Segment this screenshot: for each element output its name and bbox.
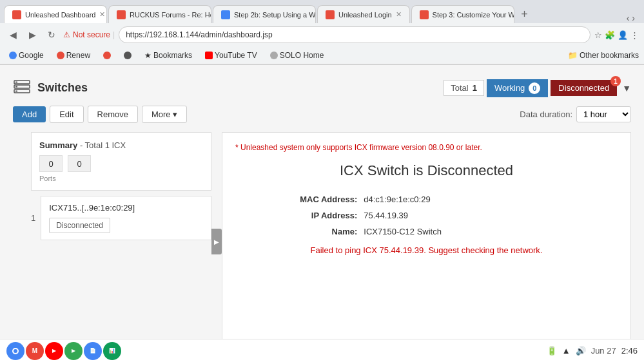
edit-button[interactable]: Edit bbox=[50, 106, 83, 123]
profile-icon[interactable]: 👤 bbox=[618, 30, 628, 40]
switch-item[interactable]: ICX715..[..9e:1e:c0:29] Disconnected bbox=[41, 196, 211, 240]
tab-label-login: Unleashed Login bbox=[338, 11, 392, 19]
taskbar-docs-icon[interactable]: 📄 bbox=[84, 342, 102, 360]
tab-login[interactable]: Unleashed Login ✕ bbox=[317, 5, 410, 23]
switch-number: 1 bbox=[31, 213, 35, 223]
disconnected-button[interactable]: Disconnected 1 bbox=[551, 80, 617, 96]
disconnected-label: Disconnected bbox=[558, 83, 609, 93]
address-icons: ☆ 🧩 👤 ⋮ bbox=[594, 30, 639, 40]
bookmark-bookmarks-label: Bookmarks bbox=[153, 51, 192, 60]
total-count-box: Total 1 bbox=[444, 80, 484, 96]
bookmark-renew[interactable]: Renew bbox=[53, 50, 94, 61]
data-duration-select[interactable]: 1 hour 6 hours 24 hours bbox=[576, 106, 631, 122]
security-indicator: ⚠ Not secure | bbox=[63, 30, 115, 39]
add-button[interactable]: Add bbox=[13, 106, 46, 122]
taskbar-play-icon[interactable]: ▶ bbox=[64, 342, 83, 360]
bookmark-youtube-tv[interactable]: YouTube TV bbox=[201, 50, 261, 61]
menu-icon[interactable]: ⋮ bbox=[630, 30, 639, 40]
tab-step3[interactable]: Step 3: Customize Your Wireless... ✕ bbox=[411, 5, 514, 23]
battery-icon: 🔋 bbox=[547, 346, 557, 356]
bookmark-solo-home[interactable]: SOLO Home bbox=[266, 50, 328, 61]
security-text: Not secure bbox=[73, 30, 110, 39]
switches-header: Switches Total 1 Working 0 Disconnected … bbox=[13, 78, 631, 98]
tab-favicon-step3 bbox=[420, 10, 429, 19]
taskbar-sheets-icon[interactable]: 📊 bbox=[103, 342, 121, 360]
bookmark-icon[interactable]: ☆ bbox=[594, 30, 602, 40]
warning-icon: ⚠ bbox=[63, 30, 70, 39]
ip-row: IP Address: 75.44.19.39 bbox=[273, 211, 579, 220]
name-row: Name: ICX7150-C12 Switch bbox=[273, 227, 579, 236]
tab-close-login[interactable]: ✕ bbox=[396, 10, 402, 19]
tab-bar: Unleashed Dashboard ✕ RUCKUS Forums - Re… bbox=[0, 0, 644, 23]
working-button[interactable]: Working 0 bbox=[487, 79, 548, 97]
ports-label: Ports bbox=[39, 175, 203, 182]
switch-status-button[interactable]: Disconnected bbox=[49, 218, 110, 233]
summary-title: Summary - Total 1 ICX bbox=[39, 140, 203, 150]
switches-counts: Total 1 Working 0 Disconnected 1 ▼ bbox=[444, 79, 631, 97]
address-bar: ◀ ▶ ↻ ⚠ Not secure | ☆ 🧩 👤 ⋮ bbox=[0, 23, 644, 46]
tab-label-setup2b: Step 2b: Setup Using a Web Bro... bbox=[234, 11, 316, 19]
disconnected-badge: 1 bbox=[610, 76, 621, 86]
mac-label: MAC Address: bbox=[273, 195, 364, 204]
info-table: MAC Address: d4:c1:9e:1e:c0:29 IP Addres… bbox=[273, 195, 579, 236]
youtube-icon bbox=[205, 52, 213, 59]
working-count: 0 bbox=[529, 82, 540, 94]
browser-chrome: Unleashed Dashboard ✕ RUCKUS Forums - Re… bbox=[0, 0, 644, 65]
data-duration: Data duration: 1 hour 6 hours 24 hours bbox=[520, 106, 631, 122]
tab-label-unleashed: Unleashed Dashboard bbox=[25, 11, 95, 19]
ip-value: 75.44.19.39 bbox=[364, 211, 408, 220]
action-bar: Add Edit Remove More ▾ Data duration: 1 … bbox=[13, 106, 631, 123]
page-title: Switches bbox=[37, 81, 88, 95]
expand-arrow-button[interactable]: ▶ bbox=[211, 229, 222, 254]
dropdown-arrow-icon[interactable]: ▼ bbox=[622, 83, 631, 93]
star-icon: ★ bbox=[144, 51, 151, 60]
bookmark-google[interactable]: Google bbox=[5, 50, 48, 61]
port-count-2: 0 bbox=[68, 155, 91, 172]
remove-button[interactable]: Remove bbox=[88, 106, 138, 123]
total-value: 1 bbox=[473, 83, 477, 93]
wifi-icon: ▲ bbox=[562, 346, 571, 356]
address-input[interactable] bbox=[119, 26, 590, 43]
tab-nav-back[interactable]: ‹ bbox=[627, 13, 630, 23]
ip-label: IP Address: bbox=[273, 211, 364, 220]
svg-rect-3 bbox=[15, 86, 17, 88]
tab-unleashed-dashboard[interactable]: Unleashed Dashboard ✕ bbox=[4, 5, 107, 23]
bookmark-youtube-tv-label: YouTube TV bbox=[215, 51, 257, 60]
more-label: More bbox=[151, 110, 171, 119]
data-duration-label: Data duration: bbox=[520, 110, 572, 119]
reload-button[interactable]: ↻ bbox=[44, 27, 59, 43]
tab-ruckus[interactable]: RUCKUS Forums - Re: Heartbe... ✕ bbox=[108, 5, 211, 23]
error-message: Failed to ping ICX 75.44.19.39. Suggest … bbox=[235, 245, 618, 255]
bookmark-icon1[interactable] bbox=[99, 50, 115, 61]
panel-title: ICX Switch is Disconnected bbox=[235, 162, 618, 179]
switches-icon bbox=[13, 78, 31, 98]
summary-subtitle: - Total 1 ICX bbox=[80, 140, 126, 150]
tab-favicon-login bbox=[326, 10, 335, 19]
switch-name: ICX715..[..9e:1e:c0:29] bbox=[49, 203, 203, 213]
bookmark-renew-label: Renew bbox=[66, 51, 90, 60]
svg-point-7 bbox=[14, 349, 17, 353]
taskbar: M ▶ ▶ 📄 📊 🔋 ▲ 🔊 Jun 27 2:46 bbox=[0, 339, 644, 362]
tab-close-unleashed[interactable]: ✕ bbox=[99, 10, 105, 19]
bookmark-icon2[interactable] bbox=[120, 50, 135, 61]
taskbar-time: 2:46 bbox=[621, 346, 638, 356]
solo-icon bbox=[270, 52, 278, 59]
taskbar-chrome-icon[interactable] bbox=[6, 342, 24, 360]
name-value: ICX7150-C12 Switch bbox=[364, 227, 442, 236]
forward-button[interactable]: ▶ bbox=[24, 27, 40, 43]
more-dropdown-icon: ▾ bbox=[173, 110, 177, 119]
main-layout: Summary - Total 1 ICX 0 0 Ports 1 ICX715… bbox=[13, 132, 631, 339]
back-button[interactable]: ◀ bbox=[5, 27, 21, 43]
other-bookmarks[interactable]: 📁 Other bookmarks bbox=[568, 51, 639, 60]
bookmark-bookmarks[interactable]: ★ Bookmarks bbox=[141, 50, 196, 61]
google-icon bbox=[9, 52, 17, 59]
port-count-1: 0 bbox=[39, 155, 63, 172]
folder-icon: 📁 bbox=[568, 51, 578, 60]
taskbar-youtube-icon[interactable]: ▶ bbox=[45, 342, 63, 360]
tab-nav-forward[interactable]: › bbox=[632, 13, 635, 23]
more-button[interactable]: More ▾ bbox=[142, 106, 187, 123]
new-tab-button[interactable]: + bbox=[516, 5, 534, 23]
taskbar-gmail-icon[interactable]: M bbox=[26, 342, 44, 360]
extensions-icon[interactable]: 🧩 bbox=[605, 30, 615, 40]
tab-setup2b[interactable]: Step 2b: Setup Using a Web Bro... ✕ bbox=[213, 5, 316, 23]
